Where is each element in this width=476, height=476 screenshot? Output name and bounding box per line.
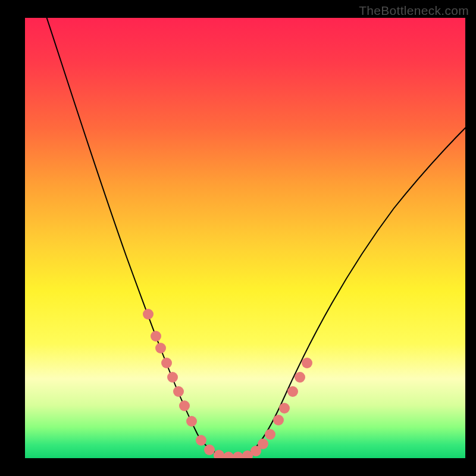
dot xyxy=(186,416,197,427)
dot xyxy=(265,429,275,440)
dot xyxy=(214,450,224,458)
bottleneck-curve xyxy=(43,18,465,457)
dot xyxy=(295,372,305,383)
dot xyxy=(233,452,243,458)
scatter-dots xyxy=(143,309,312,458)
chart-frame: TheBottleneck.com xyxy=(0,0,476,476)
dot xyxy=(273,415,284,425)
chart-overlay xyxy=(25,18,465,458)
dot xyxy=(302,358,312,368)
dot xyxy=(155,343,166,353)
dot xyxy=(258,439,268,449)
dot xyxy=(173,386,184,397)
dot xyxy=(151,331,161,342)
dot xyxy=(223,452,234,458)
dot xyxy=(143,309,154,320)
dot xyxy=(179,400,190,411)
dot xyxy=(161,358,172,368)
dot xyxy=(204,444,215,455)
watermark-text: TheBottleneck.com xyxy=(359,4,469,18)
dot xyxy=(167,372,178,383)
dot xyxy=(279,403,290,414)
dot xyxy=(287,386,298,397)
dot xyxy=(196,435,206,446)
